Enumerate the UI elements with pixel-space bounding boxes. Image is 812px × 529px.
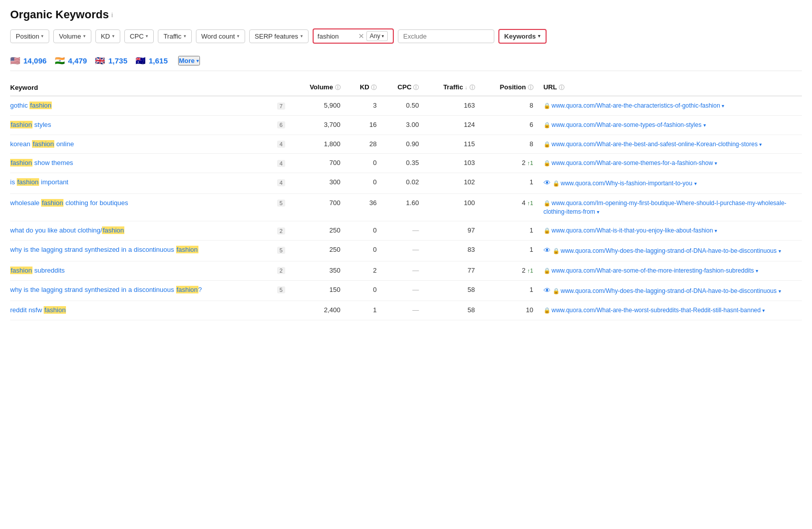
table-row: why is the lagging strand synthesized in… <box>10 280 802 301</box>
cpc-cell: 3.00 <box>387 115 429 135</box>
word-count-badge: 4 <box>277 160 285 167</box>
traffic-cell: 97 <box>429 221 485 241</box>
cpc-cell: — <box>387 261 429 280</box>
more-button[interactable]: More ▾ <box>178 56 200 65</box>
exclude-input[interactable] <box>398 29 494 43</box>
keyword-link[interactable]: fashion subreddits <box>10 267 65 274</box>
url-link[interactable]: www.quora.com/What-are-some-of-the-more-… <box>552 267 754 274</box>
word-count-badge: 6 <box>277 121 285 128</box>
word-count-badge: 5 <box>277 286 285 293</box>
position-cell: 2 ↑1 <box>485 154 544 173</box>
title-info-icon[interactable]: i <box>111 11 113 19</box>
filter-volume-button[interactable]: Volume▾ <box>53 29 91 43</box>
more-arrow-icon: ▾ <box>196 58 199 63</box>
country-stat-item[interactable]: 🇮🇳4,479 <box>55 56 87 65</box>
keyword-link[interactable]: why is the lagging strand synthesized in… <box>10 286 202 293</box>
lock-icon: 🔒 <box>553 288 560 294</box>
url-cell: 🔒www.quora.com/What-are-the-characterist… <box>544 96 802 115</box>
url-link[interactable]: www.quora.com/Why-does-the-lagging-stran… <box>561 247 777 254</box>
keyword-link[interactable]: is fashion important <box>10 178 69 186</box>
keyword-link[interactable]: wholesale fashion clothing for boutiques <box>10 199 128 207</box>
url-cell: 👁🔒www.quora.com/Why-does-the-lagging-str… <box>544 280 802 301</box>
title-text: Organic Keywords <box>10 8 109 21</box>
col-url: URL ⓘ <box>544 79 802 96</box>
url-link[interactable]: www.quora.com/What-is-it-that-you-enjoy-… <box>552 227 713 234</box>
word-count-badge: 2 <box>277 227 285 235</box>
keyword-link[interactable]: fashion styles <box>10 121 51 128</box>
kd-cell: 0 <box>351 280 387 301</box>
search-any-button[interactable]: Any ▾ <box>366 31 388 41</box>
country-stat-item[interactable]: 🇺🇸14,096 <box>10 56 47 65</box>
url-arrow-icon: ▾ <box>722 103 724 109</box>
traffic-cell: 77 <box>429 261 485 280</box>
volume-cell: 250 <box>296 241 351 261</box>
table-row: gothic fashion75,90030.501638🔒www.quora.… <box>10 96 802 115</box>
url-link[interactable]: www.quora.com/What-are-the-worst-subredd… <box>552 307 761 314</box>
keyword-link[interactable]: reddit nsfw fashion <box>10 306 66 314</box>
kd-cell: 36 <box>351 193 387 221</box>
table-row: reddit nsfw fashion2,4001—5810🔒www.quora… <box>10 301 802 320</box>
filter-kd-button[interactable]: KD▾ <box>95 29 120 43</box>
filter-serp-features-button[interactable]: SERP features▾ <box>249 29 309 43</box>
filter-traffic-button[interactable]: Traffic▾ <box>158 29 191 43</box>
lock-icon: 🔒 <box>544 160 551 166</box>
cpc-cell: — <box>387 280 429 301</box>
traffic-cell: 124 <box>429 115 485 135</box>
word-count-cell: 4 <box>274 154 296 173</box>
lock-icon: 🔒 <box>544 200 551 206</box>
url-link[interactable]: www.quora.com/What-are-some-themes-for-a… <box>552 159 713 167</box>
url-link[interactable]: www.quora.com/Why-is-fashion-important-t… <box>561 180 692 187</box>
url-arrow-icon: ▾ <box>597 209 599 215</box>
table-row: fashion subreddits23502—772 ↑1🔒www.quora… <box>10 261 802 280</box>
country-stat-item[interactable]: 🇦🇺1,615 <box>136 56 168 65</box>
volume-cell: 5,900 <box>296 96 351 115</box>
search-input[interactable] <box>318 32 358 40</box>
url-arrow-icon: ▾ <box>715 228 717 234</box>
cpc-cell: — <box>387 221 429 241</box>
keywords-button[interactable]: Keywords ▾ <box>498 29 547 44</box>
keyword-link[interactable]: korean fashion online <box>10 140 74 148</box>
position-cell: 4 ↑1 <box>485 193 544 221</box>
col-cpc: CPC ⓘ <box>387 79 429 96</box>
keyword-cell: wholesale fashion clothing for boutiques <box>10 193 274 221</box>
url-arrow-icon: ▾ <box>779 288 781 294</box>
keyword-highlight: fashion <box>29 102 52 109</box>
word-count-cell: 4 <box>274 173 296 194</box>
kd-cell: 0 <box>351 154 387 173</box>
country-stat-item[interactable]: 🇬🇧1,735 <box>95 56 127 65</box>
volume-cell: 350 <box>296 261 351 280</box>
filter-position-button[interactable]: Position▾ <box>10 29 49 43</box>
word-count-cell <box>274 301 296 320</box>
filter-word-count-button[interactable]: Word count▾ <box>196 29 245 43</box>
lock-icon: 🔒 <box>544 141 551 147</box>
kd-cell: 28 <box>351 135 387 154</box>
filter-cpc-button[interactable]: CPC▾ <box>124 29 154 43</box>
keyword-highlight: fashion <box>10 121 32 128</box>
any-arrow-icon: ▾ <box>382 34 384 39</box>
url-cell: 🔒www.quora.com/What-are-the-best-and-saf… <box>544 135 802 154</box>
word-count-cell: 6 <box>274 115 296 135</box>
keyword-link[interactable]: fashion show themes <box>10 159 73 167</box>
table-row: wholesale fashion clothing for boutiques… <box>10 193 802 221</box>
word-count-badge: 5 <box>277 200 285 207</box>
url-link[interactable]: www.quora.com/What-are-the-best-and-safe… <box>552 141 758 148</box>
url-cell: 🔒www.quora.com/What-are-some-themes-for-… <box>544 154 802 173</box>
kd-cell: 1 <box>351 301 387 320</box>
keyword-highlight: fashion <box>32 140 54 148</box>
url-link[interactable]: www.quora.com/Why-does-the-lagging-stran… <box>561 287 777 294</box>
search-clear-icon[interactable]: ✕ <box>358 32 364 40</box>
keyword-link[interactable]: gothic fashion <box>10 102 52 109</box>
search-box[interactable]: ✕ Any ▾ <box>313 28 394 44</box>
url-link[interactable]: www.quora.com/What-are-the-characteristi… <box>552 102 720 109</box>
kd-cell: 0 <box>351 221 387 241</box>
keyword-link[interactable]: why is the lagging strand synthesized in… <box>10 246 198 253</box>
url-link[interactable]: www.quora.com/What-are-some-types-of-fas… <box>552 121 701 128</box>
word-count-cell: 7 <box>274 96 296 115</box>
traffic-cell: 100 <box>429 193 485 221</box>
keyword-cell: gothic fashion <box>10 96 274 115</box>
word-count-cell: 5 <box>274 241 296 261</box>
traffic-cell: 83 <box>429 241 485 261</box>
url-arrow-icon: ▾ <box>694 181 697 186</box>
url-link[interactable]: www.quora.com/Im-opening-my-first-boutiq… <box>544 200 787 215</box>
keyword-link[interactable]: what do you like about clothing/fashion <box>10 226 124 234</box>
